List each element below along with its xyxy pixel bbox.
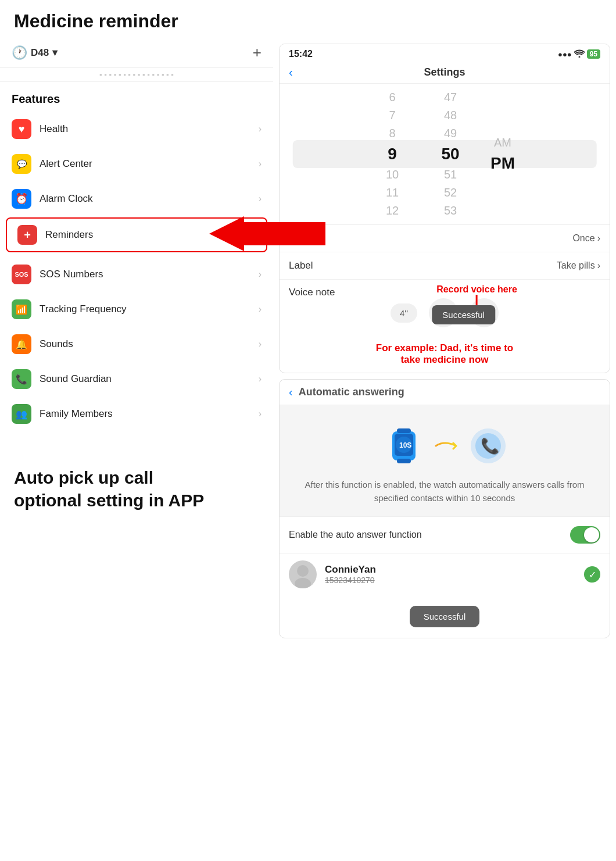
bottom-text-area: Auto pick up call optional setting in AP…: [0, 431, 273, 523]
repeat-value: Once ›: [572, 233, 600, 244]
alarm-label: Alarm Clock: [40, 193, 93, 205]
device-watch-icon: 🕐: [12, 45, 27, 60]
sidebar-item-family[interactable]: 👥 Family Members ›: [0, 396, 273, 431]
menu-list: ♥ Health › 💬 Alert Center › ⏰ Alarm Cloc…: [0, 112, 273, 431]
family-icon: 👥: [12, 404, 31, 424]
minutes-column[interactable]: 47 48 49 50 51 52 53: [421, 88, 479, 220]
sounds-label: Sounds: [40, 338, 73, 350]
sidebar-item-tracking[interactable]: 📶 Tracking Frequency ›: [0, 292, 273, 327]
example-text: For example: Dad, it's time to take medi…: [280, 337, 610, 373]
min-52: 52: [421, 184, 479, 202]
illustration-area: 10S: [280, 405, 610, 516]
min-53: 53: [421, 202, 479, 220]
svg-point-13: [297, 565, 309, 577]
min-47: 47: [421, 88, 479, 106]
contact-info: ConnieYan 15323410270: [325, 564, 576, 585]
contact-phone: 15323410270: [325, 576, 576, 585]
min-49: 49: [421, 124, 479, 142]
tracking-label: Tracking Frequency: [40, 303, 127, 315]
health-icon: ♥: [12, 119, 31, 139]
svg-marker-0: [209, 216, 325, 251]
contact-check-icon: ✓: [584, 566, 600, 583]
illustration-icons: 10S: [381, 423, 508, 469]
arrow-icon: [433, 437, 462, 455]
back-button[interactable]: ‹: [289, 66, 293, 79]
reminders-icon: +: [17, 225, 37, 245]
hour-6: 6: [363, 88, 421, 106]
auto-nav-title: Automatic answering: [299, 386, 404, 398]
illustration-desc: After this function is enabled, the watc…: [291, 478, 598, 505]
auto-back-button[interactable]: ‹: [289, 385, 293, 399]
min-51: 51: [421, 166, 479, 184]
device-name-label: D48: [31, 47, 49, 59]
alarm-icon: ⏰: [12, 189, 31, 209]
repeat-row[interactable]: Repeat Once ›: [280, 224, 610, 252]
device-name[interactable]: 🕐 D48 ▾: [12, 45, 58, 60]
duration-display: 4'': [391, 303, 417, 323]
contact-name: ConnieYan: [325, 564, 576, 576]
sos-icon: SOS: [12, 265, 31, 284]
hour-10: 10: [363, 166, 421, 184]
right-panel: 15:42 ●●● 95 ‹ S: [273, 38, 616, 852]
min-48: 48: [421, 106, 479, 124]
ampm-column[interactable]: AM PM: [479, 97, 526, 212]
hours-column[interactable]: 6 7 8 9 10 11 12: [363, 88, 421, 220]
ampm-am: AM: [494, 134, 511, 152]
auto-answer-toggle[interactable]: [570, 526, 600, 544]
sidebar-item-alert[interactable]: 💬 Alert Center ›: [0, 147, 273, 181]
red-arrow: [209, 216, 325, 253]
time-picker[interactable]: 6 7 8 9 10 11 12 47 48 49 50 51 52 53: [280, 84, 610, 224]
auto-answering-screen: ‹ Automatic answering 10S: [279, 379, 610, 638]
hour-11: 11: [363, 184, 421, 202]
scroll-indicator: ▪ ▪ ▪ ▪ ▪ ▪ ▪ ▪ ▪ ▪ ▪ ▪ ▪ ▪ ▪ ▪: [0, 68, 273, 82]
svg-text:10S: 10S: [399, 441, 411, 449]
watch-illustration-icon: 10S: [381, 423, 427, 469]
min-50: 50: [421, 142, 479, 166]
alarm-chevron: ›: [259, 194, 262, 204]
sounds-chevron: ›: [259, 339, 262, 349]
add-button[interactable]: +: [253, 44, 262, 62]
contact-row[interactable]: ConnieYan 15323410270 ✓: [280, 553, 610, 595]
status-time: 15:42: [289, 49, 313, 59]
family-label: Family Members: [40, 408, 113, 420]
sidebar-item-sounds[interactable]: 🔔 Sounds ›: [0, 327, 273, 362]
hour-8: 8: [363, 124, 421, 142]
nav-bar: ‹ Settings: [280, 62, 610, 84]
family-chevron: ›: [259, 409, 262, 419]
soundguardian-chevron: ›: [259, 374, 262, 384]
sidebar-item-sos[interactable]: SOS SOS Numbers ›: [0, 257, 273, 292]
svg-rect-7: [397, 459, 411, 463]
sidebar-item-soundguardian[interactable]: 📞 Sound Guardian ›: [0, 362, 273, 396]
bottom-toast: Successful: [410, 606, 480, 627]
voice-note-area: Voice note Record voice here Successful: [280, 279, 610, 337]
label-value: Take pills ›: [557, 260, 600, 271]
sidebar-item-health[interactable]: ♥ Health ›: [0, 112, 273, 147]
repeat-chevron: ›: [597, 233, 600, 244]
settings-screen: 15:42 ●●● 95 ‹ S: [279, 44, 610, 373]
label-label: Label: [289, 260, 313, 271]
auto-nav: ‹ Automatic answering: [280, 380, 610, 405]
soundguardian-label: Sound Guardian: [40, 373, 112, 385]
tracking-chevron: ›: [259, 304, 262, 315]
label-chevron: ›: [597, 260, 600, 271]
phone-call-icon: 📞: [468, 426, 508, 466]
left-panel: 🕐 D48 ▾ + ▪ ▪ ▪ ▪ ▪ ▪ ▪ ▪ ▪ ▪ ▪ ▪ ▪ ▪ ▪ …: [0, 38, 273, 852]
battery-level: 95: [587, 49, 600, 59]
signal-icon: ●●●: [558, 50, 572, 59]
device-dropdown-icon: ▾: [52, 47, 58, 59]
alert-chevron: ›: [259, 159, 262, 169]
label-row[interactable]: Label Take pills ›: [280, 252, 610, 279]
svg-rect-6: [397, 428, 411, 433]
health-chevron: ›: [259, 124, 262, 134]
hour-7: 7: [363, 106, 421, 124]
sos-label: SOS Numbers: [40, 269, 103, 280]
enable-label: Enable the auto answer function: [289, 530, 422, 540]
sidebar-item-alarm[interactable]: ⏰ Alarm Clock ›: [0, 181, 273, 216]
alert-label: Alert Center: [40, 158, 92, 170]
tracking-icon: 📶: [12, 299, 31, 319]
voice-note-label: Voice note: [289, 287, 335, 298]
enable-auto-answer-row[interactable]: Enable the auto answer function: [280, 516, 610, 553]
alert-icon: 💬: [12, 154, 31, 174]
reminders-label: Reminders: [45, 229, 93, 241]
page-title: Medicine reminder: [0, 0, 616, 38]
